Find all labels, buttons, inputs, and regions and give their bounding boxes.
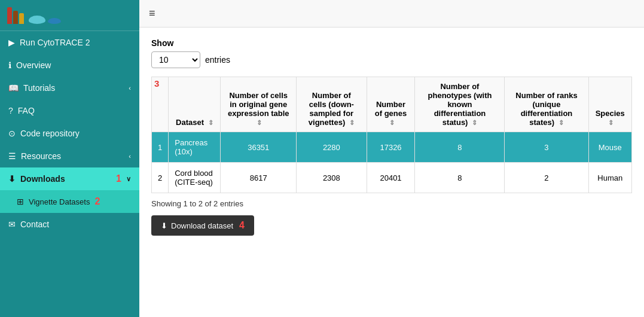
logo-shapes	[7, 7, 61, 24]
content-area: Show 10 25 50 100 entries 3 Datas	[139, 28, 644, 317]
sort-species-icon: ⇕	[608, 119, 614, 126]
sort-phenotypes-icon: ⇕	[472, 119, 477, 126]
topbar: ≡	[139, 0, 644, 28]
cell-num-phenotypes: 8	[415, 132, 505, 163]
chevron-resources-icon: ‹	[129, 153, 131, 160]
cell-cells-original: 8617	[221, 163, 297, 193]
sidebar-item-run-cytotrace-label: Run CytoTRACE 2	[20, 38, 90, 47]
col-num: 3	[152, 77, 169, 132]
cell-num-ranks: 3	[505, 132, 588, 163]
cell-cells-original: 36351	[221, 132, 297, 163]
download-icon: ⬇	[8, 174, 16, 184]
cell-dataset: Cord blood (CITE-seq)	[169, 163, 221, 193]
download-btn-badge: 4	[239, 220, 245, 231]
logo-bar-3	[19, 13, 24, 24]
logo-fish-2	[48, 18, 61, 24]
logo-fish-1	[29, 16, 45, 24]
faq-icon: ?	[8, 106, 13, 115]
sidebar-item-faq-label: FAQ	[18, 106, 35, 115]
vignette-icon: ⊞	[17, 197, 24, 206]
info-icon: ℹ	[8, 60, 11, 70]
download-btn-label: Download dataset	[171, 221, 233, 230]
cell-num: 1	[152, 132, 169, 163]
vignette-badge: 2	[94, 196, 100, 207]
sidebar: ▶ Run CytoTRACE 2 ℹ Overview 📖 Tutorials…	[0, 0, 139, 317]
sort-ranks-icon: ⇕	[558, 119, 564, 126]
logo-bar-1	[7, 7, 12, 24]
col-num-ranks-label: Number of ranks (unique differentiation …	[515, 91, 577, 127]
col-num-phenotypes[interactable]: Number of phenotypes (with known differe…	[415, 77, 505, 132]
table-row[interactable]: 2 Cord blood (CITE-seq) 8617 2308 20401 …	[152, 163, 632, 193]
code-icon: ⊙	[8, 129, 16, 138]
col-num-genes[interactable]: Number of genes ⇕	[367, 77, 415, 132]
show-row: Show	[151, 38, 632, 48]
showing-text: Showing 1 to 2 of 2 entries	[151, 199, 632, 208]
sidebar-item-vignette-datasets-label: Vignette Datasets	[29, 197, 90, 206]
sidebar-item-vignette-datasets[interactable]: ⊞ Vignette Datasets 2	[0, 190, 139, 213]
dataset-table-wrapper: 3 Dataset ⇕ Number of cells in original …	[151, 77, 632, 193]
sidebar-item-faq[interactable]: ? FAQ	[0, 99, 139, 122]
sidebar-item-downloads[interactable]: ⬇ Downloads 1 ∨	[0, 167, 139, 190]
col-dataset-label: Dataset	[176, 118, 204, 127]
sidebar-item-contact[interactable]: ✉ Contact	[0, 213, 139, 236]
col-species-label: Species	[596, 109, 625, 118]
red-number-3: 3	[154, 78, 159, 89]
chevron-tutorials-icon: ‹	[129, 84, 131, 92]
col-cells-downsampled-label: Number of cells (down-sampled for vignet…	[309, 91, 354, 127]
col-cells-original-label: Number of cells in original gene express…	[228, 91, 289, 118]
run-icon: ▶	[8, 38, 15, 47]
chevron-downloads-icon: ∨	[126, 175, 131, 183]
resources-icon: ☰	[8, 151, 16, 161]
sidebar-item-resources-label: Resources	[21, 151, 61, 161]
sort-cells-downsampled-icon: ⇕	[349, 119, 355, 126]
sidebar-item-tutorials-label: Tutorials	[23, 83, 55, 93]
sidebar-item-code-repository-label: Code repository	[20, 129, 80, 138]
sidebar-item-run-cytotrace[interactable]: ▶ Run CytoTRACE 2	[0, 31, 139, 54]
show-entries-select[interactable]: 10 25 50 100	[151, 51, 200, 68]
sidebar-logo	[0, 0, 139, 31]
sidebar-item-resources[interactable]: ☰ Resources ‹	[0, 145, 139, 167]
sidebar-nav: ▶ Run CytoTRACE 2 ℹ Overview 📖 Tutorials…	[0, 31, 139, 317]
col-num-phenotypes-label: Number of phenotypes (with known differe…	[428, 82, 492, 127]
sort-dataset-icon: ⇕	[208, 119, 213, 126]
col-num-genes-label: Number of genes	[375, 100, 407, 118]
sidebar-item-overview-label: Overview	[16, 60, 51, 70]
sidebar-item-downloads-label: Downloads	[20, 174, 65, 184]
table-body: 1 Pancreas (10x) 36351 2280 17326 8 3 Mo…	[152, 132, 632, 193]
sort-cells-original-icon: ⇕	[257, 119, 262, 126]
cell-species: Human	[588, 163, 632, 193]
col-cells-original[interactable]: Number of cells in original gene express…	[221, 77, 297, 132]
col-dataset[interactable]: Dataset ⇕	[169, 77, 221, 132]
sidebar-item-code-repository[interactable]: ⊙ Code repository	[0, 122, 139, 145]
cell-cells-downsampled: 2308	[297, 163, 367, 193]
download-btn-icon: ⬇	[161, 221, 167, 230]
cell-dataset: Pancreas (10x)	[169, 132, 221, 163]
col-num-ranks[interactable]: Number of ranks (unique differentiation …	[505, 77, 588, 132]
cell-num-genes: 17326	[367, 132, 415, 163]
dataset-table: 3 Dataset ⇕ Number of cells in original …	[151, 77, 632, 193]
col-cells-downsampled[interactable]: Number of cells (down-sampled for vignet…	[297, 77, 367, 132]
hamburger-icon[interactable]: ≡	[149, 7, 155, 20]
cell-num: 2	[152, 163, 169, 193]
entries-label: entries	[205, 55, 230, 65]
sidebar-item-overview[interactable]: ℹ Overview	[0, 54, 139, 77]
sidebar-item-contact-label: Contact	[20, 220, 49, 229]
sort-genes-icon: ⇕	[389, 119, 395, 126]
contact-icon: ✉	[8, 220, 16, 229]
book-icon: 📖	[8, 83, 19, 93]
cell-cells-downsampled: 2280	[297, 132, 367, 163]
cell-num-ranks: 2	[505, 163, 588, 193]
col-species[interactable]: Species ⇕	[588, 77, 632, 132]
sidebar-item-tutorials[interactable]: 📖 Tutorials ‹	[0, 77, 139, 99]
download-dataset-button[interactable]: ⬇ Download dataset 4	[151, 215, 254, 236]
cell-species: Mouse	[588, 132, 632, 163]
cell-num-phenotypes: 8	[415, 163, 505, 193]
logo-bar-2	[13, 11, 18, 24]
show-label: Show	[151, 38, 173, 48]
table-row[interactable]: 1 Pancreas (10x) 36351 2280 17326 8 3 Mo…	[152, 132, 632, 163]
downloads-badge: 1	[116, 173, 121, 184]
main-content: ≡ Show 10 25 50 100 entries 3	[139, 0, 644, 317]
cell-num-genes: 20401	[367, 163, 415, 193]
